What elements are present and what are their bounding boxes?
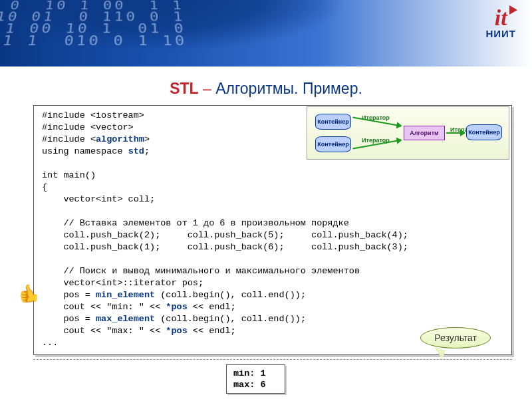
logo: it НИИТ (485, 8, 516, 39)
diagram-container-bottom: Контейнер (315, 136, 351, 152)
diagram-container-right: Контейнер (466, 124, 502, 140)
logo-mark: it (485, 8, 516, 29)
diagram-arrow-icon (446, 132, 465, 134)
slide-title: STL – Алгоритмы. Пример. (0, 80, 532, 98)
output-line: min: 1 (233, 368, 266, 379)
thumbs-up-icon: 👍 (19, 283, 40, 305)
program-output: min: 1 max: 6 (226, 364, 285, 394)
section-divider (33, 359, 512, 360)
diagram-algorithm-box: Алгоритм (404, 126, 445, 140)
logo-play-icon (509, 5, 517, 15)
diagram-container-top: Контейнер (315, 114, 351, 130)
header-gradient (0, 0, 532, 66)
result-callout: Результат (420, 327, 491, 348)
output-line: max: 6 (233, 379, 266, 390)
stl-diagram: Контейнер Контейнер Итератор Итератор Ал… (307, 106, 509, 160)
